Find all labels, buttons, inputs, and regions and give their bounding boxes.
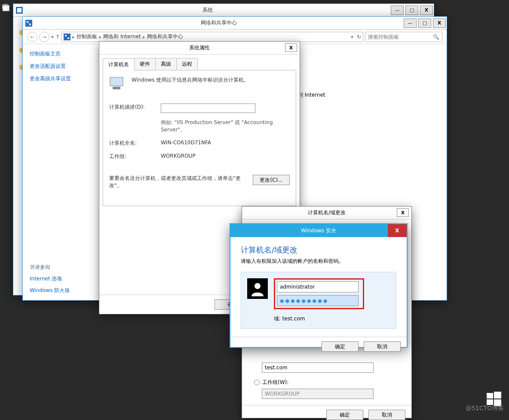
sys-maximize-button[interactable]: □ xyxy=(405,6,418,15)
search-icon[interactable]: 🔍 xyxy=(433,34,439,40)
change-button[interactable]: 更改(C)... xyxy=(253,175,290,185)
domainchg-ok-button[interactable]: 确定 xyxy=(326,410,363,420)
svg-point-13 xyxy=(254,283,261,289)
titlebar-network[interactable]: 网络和共享中心 — □ X xyxy=(23,17,447,30)
breadcrumb-sep: ▸ xyxy=(72,34,75,40)
crumb-network-internet[interactable]: 网络和 Internet xyxy=(103,33,141,40)
username-input[interactable] xyxy=(277,281,359,292)
domainchg-titlebar[interactable]: 计算机名/域更改 X xyxy=(242,207,411,219)
search-input[interactable] xyxy=(368,34,433,40)
breadcrumb-dropdown-icon[interactable]: ▾ xyxy=(351,34,353,40)
workgroup-input xyxy=(262,389,374,399)
security-ok-button[interactable]: 确定 xyxy=(322,341,359,352)
tab-remote[interactable]: 远程 xyxy=(176,58,198,70)
breadcrumb[interactable]: ▸ 控制面板 ▸ 网络和 Internet ▸ 网络和共享中心 ▾ ↻ xyxy=(61,32,363,42)
svg-rect-12 xyxy=(113,87,120,89)
history-dropdown-icon[interactable]: ▾ xyxy=(51,34,54,40)
recycle-bin-label: 回 xyxy=(2,3,6,10)
tab-advanced[interactable]: 高级 xyxy=(155,58,177,70)
system-icon xyxy=(16,7,23,14)
security-titlebar[interactable]: Windows 安全 X xyxy=(230,224,407,237)
credentials-box: ●●●●●●●●● 域: test.com xyxy=(241,272,396,329)
crumb-network-sharing[interactable]: 网络和共享中心 xyxy=(147,33,183,40)
sysprops-titlebar[interactable]: 系统属性 X xyxy=(99,42,300,55)
svg-rect-14 xyxy=(487,393,493,399)
svg-rect-11 xyxy=(110,77,123,86)
workgroup-radio[interactable] xyxy=(254,380,260,385)
search-box[interactable]: 🔍 xyxy=(365,32,442,42)
security-message: 请输入有权限加入该域的帐户的名称和密码。 xyxy=(241,258,396,265)
sysprops-title: 系统属性 xyxy=(189,44,210,52)
password-input[interactable]: ●●●●●●●●● xyxy=(277,295,359,306)
up-button[interactable]: ↑ xyxy=(55,34,60,40)
domainchg-title: 计算机名/域更改 xyxy=(308,209,346,216)
workgroup-value: WORKGROUP xyxy=(161,153,290,159)
refresh-icon[interactable]: ↻ xyxy=(357,34,361,40)
security-cancel-button[interactable]: 取消 xyxy=(364,341,401,352)
sidebar-inet-options[interactable]: Internet 选项 xyxy=(30,276,62,282)
watermark: @51CTO博客 xyxy=(466,405,504,412)
security-close-button[interactable]: X xyxy=(388,224,407,237)
workgroup-radio-label: 工作组(W): xyxy=(262,379,288,386)
forward-button[interactable]: → xyxy=(39,32,49,42)
sidebar-firewall[interactable]: Windows 防火墙 xyxy=(30,287,70,293)
domain-label: 域: test.com xyxy=(274,315,364,323)
desc-label: 计算机描述(D): xyxy=(109,103,161,111)
tab-hardware[interactable]: 硬件 xyxy=(134,58,156,70)
dialog-windows-security: Windows 安全 X 计算机名/域更改 请输入有权限加入该域的帐户的名称和密… xyxy=(230,223,408,348)
network-title: 网络和共享中心 xyxy=(35,19,403,27)
sidebar: 控制面板主页 更改适配器设置 更改高级共享设置 另请参阅 Internet 选项… xyxy=(23,44,92,300)
computer-icon xyxy=(109,76,126,91)
system-title: 系统 xyxy=(25,6,390,14)
sys-close-button[interactable]: X xyxy=(420,6,433,15)
domainchg-cancel-button[interactable]: 取消 xyxy=(368,410,405,420)
fullname-value: WIN-CO610D71NFA xyxy=(161,140,290,146)
rename-text: 要重命名这台计算机，或者更改其域或工作组，请单击"更改"。 xyxy=(109,175,248,189)
see-also-heading: 另请参阅 xyxy=(30,264,85,271)
network-icon xyxy=(25,20,32,27)
domain-input[interactable] xyxy=(262,362,374,373)
fullname-label: 计算机全名: xyxy=(109,140,161,147)
internet-text: 到 Internet xyxy=(298,91,325,99)
sidebar-adapter[interactable]: 更改适配器设置 xyxy=(30,63,66,70)
net-maximize-button[interactable]: □ xyxy=(418,18,431,28)
sysprops-close-button[interactable]: X xyxy=(285,43,297,52)
titlebar-system[interactable]: 系统 — □ X xyxy=(13,4,434,17)
desc-example: 例如: "IIS Production Server" 或 "Accountin… xyxy=(161,119,290,134)
net-close-button[interactable]: X xyxy=(433,18,446,28)
security-title: Windows 安全 xyxy=(301,227,336,234)
svg-rect-15 xyxy=(494,392,501,399)
domainchg-close-button[interactable]: X xyxy=(397,208,409,217)
net-minimize-button[interactable]: — xyxy=(404,18,417,28)
highlight-box: ●●●●●●●●● xyxy=(274,278,364,309)
avatar-icon xyxy=(247,278,268,299)
computer-description-input[interactable] xyxy=(161,103,255,113)
svg-rect-3 xyxy=(17,8,21,12)
tab-computer-name[interactable]: 计算机名 xyxy=(103,58,135,70)
breadcrumb-icon xyxy=(64,33,71,40)
sysprops-tabs: 计算机名 硬件 高级 远程 xyxy=(103,58,296,70)
crumb-control-panel[interactable]: 控制面板 xyxy=(77,33,97,40)
info-text: Windows 使用以下信息在网络中标识这台计算机。 xyxy=(132,76,290,84)
sys-minimize-button[interactable]: — xyxy=(391,6,404,15)
password-mask: ●●●●●●●●● xyxy=(280,298,328,304)
security-heading: 计算机名/域更改 xyxy=(241,245,396,255)
svg-point-10 xyxy=(67,37,69,39)
svg-point-9 xyxy=(65,35,67,37)
back-button[interactable]: ← xyxy=(27,32,37,42)
workgroup-label: 工作组: xyxy=(109,153,161,160)
sidebar-home[interactable]: 控制面板主页 xyxy=(30,50,61,58)
sidebar-advanced[interactable]: 更改高级共享设置 xyxy=(30,75,71,82)
svg-rect-8 xyxy=(64,33,71,40)
